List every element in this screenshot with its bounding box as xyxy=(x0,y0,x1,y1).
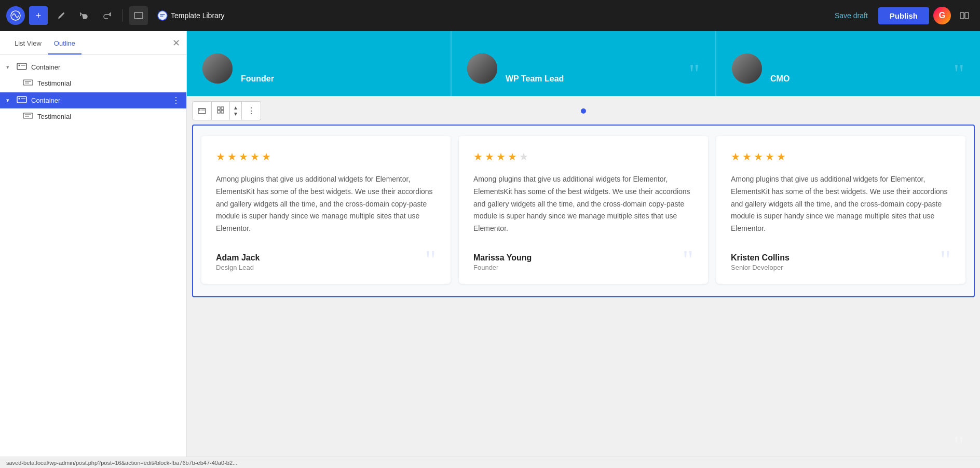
template-library-button[interactable]: Template Library xyxy=(152,7,230,24)
toolbar-widget-group: ▲ ▼ ⋮ xyxy=(192,101,261,120)
svg-rect-18 xyxy=(198,108,206,114)
add-button[interactable]: + xyxy=(29,6,48,25)
top-card-name-cmo: CMO xyxy=(770,74,964,84)
topbar: + Template Library Save draft Publish xyxy=(0,0,980,31)
toolbar-row: ▲ ▼ ⋮ xyxy=(187,96,980,125)
star-3-1: ★ xyxy=(731,150,740,163)
user-avatar-button[interactable] xyxy=(933,7,951,24)
star-2-2: ★ xyxy=(485,150,494,163)
star-3-3: ★ xyxy=(754,150,763,163)
undo-button[interactable] xyxy=(75,6,93,25)
tree-container-2[interactable]: ▾ Container ⋮ xyxy=(0,92,186,108)
testimonial-card-3: ★ ★ ★ ★ ★ Among plugins that give us add… xyxy=(716,136,965,284)
stars-row-2: ★ ★ ★ ★ ★ xyxy=(473,150,693,163)
star-1-5: ★ xyxy=(262,150,271,163)
testimonial-author-3: Kristen Collins Senior Developer " xyxy=(731,250,951,271)
star-1-3: ★ xyxy=(239,150,248,163)
tree-container-1[interactable]: ▾ Container ⋯ xyxy=(0,59,186,75)
star-1-2: ★ xyxy=(227,150,237,163)
testimonial-text-3: Among plugins that give us additional wi… xyxy=(731,173,951,235)
svg-point-13 xyxy=(19,98,20,100)
quote-icon-1: " xyxy=(425,250,436,271)
top-card-founder: Founder " xyxy=(187,31,452,96)
svg-rect-9 xyxy=(23,80,33,85)
star-3-2: ★ xyxy=(742,150,752,163)
testimonial-1-label: Testimonial xyxy=(37,79,170,87)
svg-rect-1 xyxy=(134,12,143,19)
svg-rect-5 xyxy=(965,12,969,19)
avatar-cmo xyxy=(732,53,762,84)
quote-icon-2: " xyxy=(683,250,693,271)
avatar-wplead xyxy=(467,53,497,84)
author-role-2: Founder xyxy=(473,264,532,271)
tree-toggle-2: ▾ xyxy=(6,97,15,104)
testimonials-row: ★ ★ ★ ★ ★ Among plugins that give us add… xyxy=(201,136,965,284)
star-3-4: ★ xyxy=(765,150,774,163)
sidebar: List View Outline ✕ ▾ Container ⋯ xyxy=(0,31,187,468)
container-1-label: Container xyxy=(31,63,170,71)
responsive-button[interactable] xyxy=(129,6,148,25)
separator-1 xyxy=(122,9,123,22)
star-1-4: ★ xyxy=(250,150,260,163)
star-3-5: ★ xyxy=(777,150,786,163)
testimonial-card-1: ★ ★ ★ ★ ★ Among plugins that give us add… xyxy=(201,136,451,284)
top-card-wplead: WP Team Lead " xyxy=(452,31,716,96)
testimonial-text-1: Among plugins that give us additional wi… xyxy=(216,173,436,235)
star-1-1: ★ xyxy=(216,150,225,163)
tab-list-view[interactable]: List View xyxy=(8,31,48,54)
top-card-info-wplead: WP Team Lead xyxy=(506,74,700,84)
testimonial-icon-1 xyxy=(23,79,33,87)
container-icon-2 xyxy=(17,96,27,105)
author-role-3: Senior Developer xyxy=(731,264,790,271)
top-cards-row: Founder " WP Team Lead " CMO " xyxy=(187,31,980,96)
star-2-3: ★ xyxy=(496,150,506,163)
svg-rect-15 xyxy=(23,113,33,118)
tree-toggle-1: ▾ xyxy=(6,64,15,71)
testimonial-card-2: ★ ★ ★ ★ ★ Among plugins that give us add… xyxy=(459,136,708,284)
testimonials-section[interactable]: ★ ★ ★ ★ ★ Among plugins that give us add… xyxy=(192,125,975,297)
svg-rect-4 xyxy=(960,12,964,19)
testimonial-author-1: Adam Jack Design Lead " xyxy=(216,250,436,271)
top-card-cmo: CMO " xyxy=(716,31,980,96)
testimonial-author-2: Marissa Young Founder " xyxy=(473,250,693,271)
tree-testimonial-2[interactable]: Testimonial ⋯ xyxy=(0,108,186,125)
widget-select-button[interactable] xyxy=(192,101,212,120)
carousel-dots xyxy=(581,108,586,114)
quote-decoration-1: " xyxy=(954,433,964,460)
main-layout: List View Outline ✕ ▾ Container ⋯ xyxy=(0,31,980,468)
testimonial-text-2: Among plugins that give us additional wi… xyxy=(473,173,693,235)
redo-button[interactable] xyxy=(98,6,116,25)
publish-button[interactable]: Publish xyxy=(878,7,929,24)
grid-button[interactable] xyxy=(212,101,230,120)
quote-decoration-2: " xyxy=(689,61,700,88)
svg-rect-23 xyxy=(217,111,220,113)
svg-rect-24 xyxy=(221,111,224,113)
avatar-founder xyxy=(202,53,233,84)
edit-icon-button[interactable] xyxy=(52,6,71,25)
stars-row-3: ★ ★ ★ ★ ★ xyxy=(731,150,951,163)
svg-point-3 xyxy=(158,11,167,20)
container-2-more-button[interactable]: ⋮ xyxy=(172,95,180,105)
top-card-info-cmo: CMO xyxy=(770,74,964,84)
testimonial-2-label: Testimonial xyxy=(37,113,170,120)
star-2-5: ★ xyxy=(519,150,528,163)
author-name-3: Kristen Collins xyxy=(731,253,790,263)
star-2-1: ★ xyxy=(473,150,483,163)
top-card-name-wplead: WP Team Lead xyxy=(506,74,700,84)
svg-rect-12 xyxy=(17,97,26,103)
close-sidebar-button[interactable]: ✕ xyxy=(172,37,180,49)
move-up-down-button[interactable]: ▲ ▼ xyxy=(230,101,242,120)
panel-toggle-button[interactable] xyxy=(955,6,974,25)
quote-icon-3: " xyxy=(940,250,951,271)
stars-row-1: ★ ★ ★ ★ ★ xyxy=(216,150,436,163)
container-icon-1 xyxy=(17,63,27,72)
tree-testimonial-1[interactable]: Testimonial ⋯ xyxy=(0,75,186,91)
tab-outline[interactable]: Outline xyxy=(48,31,81,54)
carousel-dot-active xyxy=(581,108,586,114)
svg-rect-21 xyxy=(217,107,220,109)
top-card-info-founder: Founder xyxy=(241,74,435,84)
wp-logo xyxy=(6,6,25,25)
save-draft-button[interactable]: Save draft xyxy=(828,8,874,23)
more-options-button[interactable]: ⋮ xyxy=(242,101,261,120)
svg-rect-6 xyxy=(17,63,26,70)
